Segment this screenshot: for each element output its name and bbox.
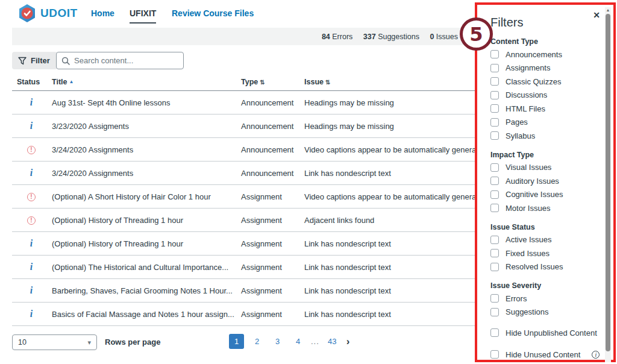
filter-option-hide-unused-content[interactable]: Hide Unused Contenti (490, 347, 606, 360)
filter-option-discussions[interactable]: Discussions (490, 89, 606, 102)
row-type: Assignment (241, 263, 282, 272)
row-title[interactable]: (Optional) History of Threading 1 hour (52, 216, 183, 225)
checkbox[interactable] (490, 308, 499, 316)
search-input[interactable] (74, 56, 171, 65)
checkbox[interactable] (490, 64, 499, 72)
checkbox[interactable] (490, 204, 499, 212)
checkbox[interactable] (490, 263, 499, 271)
filter-option-classic-quizzes[interactable]: Classic Quizzes (490, 75, 606, 89)
nav-item-ufixit[interactable]: UFIXIT (130, 8, 156, 24)
info-icon: i (30, 262, 33, 272)
page-button-43[interactable]: 43 (325, 334, 340, 349)
row-issue: Headings may be missing (304, 98, 394, 107)
row-title[interactable]: Barbering, Shaves, Facial Grooming Notes… (52, 286, 233, 295)
filters-title: Filters (490, 16, 606, 30)
next-page-icon[interactable]: › (345, 336, 350, 348)
filter-option-syllabus[interactable]: Syllabus (490, 129, 606, 143)
filter-option-hide-unpublished-content[interactable]: Hide Unpublished Content (490, 325, 606, 340)
scrollbar-thumb[interactable] (606, 14, 610, 351)
info-icon: i (30, 286, 33, 295)
scrollbar-up-arrow-icon[interactable]: ▲ (605, 8, 611, 12)
status-icon-cell: i! (25, 192, 37, 201)
close-icon[interactable]: ✕ (593, 10, 600, 20)
pagination: 1 2 3 4 ... 43 › (229, 334, 350, 349)
udoit-hexagon-icon (18, 4, 36, 23)
checkbox[interactable] (490, 236, 499, 244)
suggestions-label: Suggestions (378, 33, 419, 41)
page-button-3[interactable]: 3 (270, 334, 285, 349)
checkbox[interactable] (490, 350, 499, 359)
chevron-down-icon: ▾ (87, 339, 91, 347)
checkbox[interactable] (490, 190, 499, 199)
row-title[interactable]: (Optional) The Historical and Cultural I… (52, 263, 228, 272)
info-icon: i (30, 168, 33, 178)
status-icon-cell: i! (25, 286, 37, 295)
checkbox[interactable] (490, 163, 499, 172)
row-type: Announcement (241, 98, 293, 107)
filter-option-auditory-issues[interactable]: Auditory Issues (490, 174, 606, 188)
error-icon: ! (27, 193, 36, 201)
status-icon-cell: i! (25, 239, 37, 248)
status-icon-cell: i! (25, 309, 37, 319)
column-header-type[interactable]: Type⇅ (241, 78, 265, 86)
checkbox[interactable] (490, 77, 499, 86)
sort-both-icon: ⇅ (260, 79, 265, 86)
nav-item-review-course-files[interactable]: Review Course Files (172, 8, 254, 18)
filter-option-fixed-issues[interactable]: Fixed Issues (490, 246, 606, 260)
filter-option-resolved-issues[interactable]: Resolved Issues (490, 260, 606, 274)
page-button-1[interactable]: 1 (229, 334, 244, 349)
filter-option-assignments[interactable]: Assignments (490, 61, 606, 75)
row-title[interactable]: (Optional) History of Threading 1 hour (52, 239, 183, 248)
row-title[interactable]: 3/23/2020 Assigments (52, 122, 129, 131)
row-issue: Link has nondescript text (304, 310, 391, 319)
column-header-issue[interactable]: Issue⇅ (304, 78, 330, 86)
filter-option-active-issues[interactable]: Active Issues (490, 233, 606, 247)
checkbox[interactable] (490, 50, 499, 58)
row-title[interactable]: Aug 31st- Sept 4th Online lessons (52, 98, 171, 107)
row-type: Assignment (241, 286, 282, 295)
row-title[interactable]: 3/24/2020 Assignments (52, 145, 133, 154)
status-icon-cell: i! (25, 145, 37, 154)
filter-option-visual-issues[interactable]: Visual Issues (490, 161, 606, 175)
errors-count: 84 (322, 33, 330, 41)
filter-option-errors[interactable]: Errors (490, 292, 606, 306)
row-issue: Link has nondescript text (304, 286, 391, 295)
filter-option-html-files[interactable]: HTML Files (490, 102, 606, 116)
section-heading-content-type: Content Type (490, 37, 606, 46)
filter-option-cognitive-issues[interactable]: Cognitive Issues (490, 188, 606, 202)
row-title[interactable]: Basics of Facial Massage and Notes 1 hou… (52, 310, 234, 319)
suggestions-count: 337 (363, 33, 376, 41)
status-icon-cell: i! (25, 215, 37, 225)
search-box[interactable] (56, 52, 184, 69)
info-tooltip-icon[interactable]: i (592, 351, 600, 359)
filter-option-pages[interactable]: Pages (490, 116, 606, 130)
rows-per-page-select[interactable]: 10 ▾ (12, 334, 97, 350)
page-button-4[interactable]: 4 (290, 334, 305, 349)
filters-panel: ✕ ▲ Filters Content Type Announcements A… (475, 2, 616, 362)
udoit-logo[interactable]: UDOIT (18, 4, 78, 23)
page-ellipsis: ... (311, 337, 319, 346)
panel-scrollbar[interactable]: ▲ (605, 7, 611, 362)
row-title[interactable]: 3/24/2020 Assignments (52, 169, 133, 178)
search-icon (61, 57, 70, 65)
row-issue: Headings may be missing (304, 122, 394, 131)
brand-name: UDOIT (40, 7, 78, 20)
filter-option-suggestions[interactable]: Suggestions (490, 306, 606, 319)
filter-option-announcements[interactable]: Announcements (490, 48, 606, 61)
page-button-2[interactable]: 2 (249, 334, 265, 349)
column-header-title[interactable]: Title▲ (52, 78, 74, 86)
row-type: Announcement (241, 145, 293, 154)
checkbox[interactable] (490, 249, 499, 257)
checkbox[interactable] (490, 118, 499, 127)
checkbox[interactable] (490, 328, 499, 337)
checkbox[interactable] (490, 294, 499, 303)
filter-button[interactable]: Filter (12, 52, 57, 69)
row-issue: Link has nondescript text (304, 263, 391, 272)
checkbox[interactable] (490, 91, 499, 99)
checkbox[interactable] (490, 177, 499, 185)
row-title[interactable]: (Optional) A Short History of Hair Color… (52, 192, 211, 201)
checkbox[interactable] (490, 131, 499, 140)
checkbox[interactable] (490, 104, 499, 113)
nav-item-home[interactable]: Home (91, 8, 114, 18)
filter-option-motor-issues[interactable]: Motor Issues (490, 201, 606, 215)
